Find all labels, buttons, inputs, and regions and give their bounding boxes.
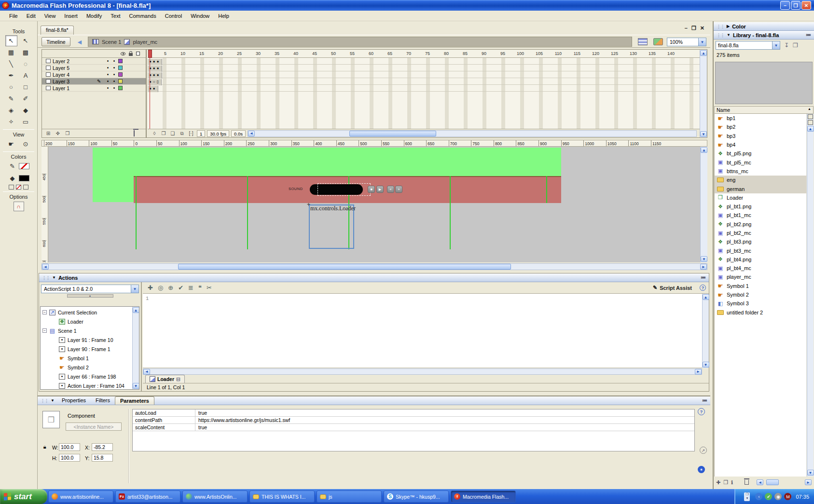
chevron-down-icon[interactable]: ▼ — [772, 41, 780, 49]
loader-component[interactable]: + mx.controls.Loader — [309, 204, 354, 249]
timeline-toggle-button[interactable]: Timeline — [41, 37, 70, 46]
lasso-tool[interactable]: ◌ — [20, 58, 32, 69]
library-item[interactable]: pl_bt2.png — [715, 220, 806, 229]
menu-item[interactable]: Edit — [22, 12, 40, 20]
frame-rate-display[interactable]: 30.0 fps — [207, 130, 229, 137]
parameter-value[interactable]: true — [195, 409, 694, 416]
parameter-row[interactable]: contentPath https://www.artistsonline.gr… — [133, 417, 694, 424]
scroll-right-arrow[interactable]: ► — [700, 264, 707, 270]
menu-item[interactable]: File — [5, 12, 22, 20]
library-item[interactable]: pl_bt4_mc — [715, 264, 806, 272]
line-tool[interactable]: ╲ — [5, 58, 17, 69]
expand-icon[interactable]: ↗ — [700, 447, 707, 454]
panel-menu-icon[interactable]: ≔ — [806, 32, 811, 38]
scroll-down-arrow[interactable]: ▼ — [807, 470, 814, 476]
hand-tool[interactable]: ☛ — [5, 138, 17, 150]
library-item[interactable]: pl_bt1.png — [715, 202, 806, 211]
scrollbar-thumb[interactable] — [178, 264, 511, 270]
stage[interactable]: 450 500 550 600 650 SOUND ■▶«» + mx.cont… — [41, 147, 707, 262]
onion-skin-button[interactable]: ❐ — [160, 130, 167, 137]
onion-skin-outlines-button[interactable]: ❑ — [169, 130, 177, 137]
scroll-right-arrow[interactable]: ► — [805, 479, 812, 485]
chevron-down-icon[interactable]: ▼ — [131, 285, 138, 293]
scroll-up-arrow[interactable]: ▲ — [133, 307, 139, 313]
library-item[interactable]: pl_bt4.png — [715, 255, 806, 264]
library-item[interactable]: bt_pl5_mc — [715, 158, 806, 166]
collapse-arrow-icon[interactable]: ▼ — [52, 275, 56, 280]
narrow-view-button[interactable] — [808, 120, 813, 125]
layer-visibility-toggle[interactable]: • — [105, 72, 111, 77]
library-document-select[interactable]: final-8.fla ▼ — [716, 41, 780, 50]
stage-horizontal-scrollbar[interactable]: ◄ ► — [41, 263, 707, 270]
pin-library-icon[interactable]: ↧ — [784, 42, 789, 49]
panel-menu-icon[interactable]: ≔ — [702, 397, 707, 404]
menu-item[interactable]: Text — [106, 12, 124, 20]
collapse-arrow-icon[interactable]: ▼ — [727, 33, 731, 37]
panel-grip-icon[interactable]: ⋮⋮ — [42, 275, 50, 280]
close-button[interactable]: ✕ — [801, 1, 811, 10]
library-item[interactable]: bp4 — [715, 140, 806, 149]
color-panel-header[interactable]: ⋮⋮ ▶ Color — [714, 22, 814, 31]
parameter-value[interactable]: true — [195, 424, 694, 431]
library-item[interactable]: german — [715, 184, 806, 193]
parameter-row[interactable]: autoLoad true — [133, 409, 694, 417]
free-transform-tool[interactable]: ▦ — [5, 47, 17, 58]
frame-grid-row[interactable]: ●● — [148, 85, 700, 92]
tree-item[interactable]: − Current Selection — [41, 308, 139, 317]
play-button[interactable]: ▶ — [376, 186, 384, 193]
scroll-up-arrow[interactable]: ▲ — [700, 50, 707, 56]
scroll-down-arrow[interactable]: ▼ — [133, 383, 139, 389]
layer-outline-color[interactable] — [118, 72, 123, 77]
pencil-tool[interactable]: ✎ — [5, 93, 17, 104]
help-icon[interactable]: ? — [700, 285, 706, 291]
insert-layer-button[interactable]: ⊞ — [44, 130, 52, 137]
layer-lock-toggle[interactable]: • — [111, 72, 117, 77]
layer-outline-color[interactable] — [118, 79, 123, 83]
document-tab[interactable]: final-8.fla* — [41, 26, 74, 35]
lock-layers-icon[interactable] — [129, 53, 133, 56]
tree-item[interactable]: Layer 90 : Frame 1 — [41, 344, 139, 354]
auto-format-icon[interactable]: ≣ — [188, 284, 193, 291]
parameter-row[interactable]: scaleContent true — [133, 424, 694, 431]
tree-item[interactable]: Symbol 2 — [41, 363, 139, 372]
height-field[interactable] — [59, 454, 80, 462]
tree-item[interactable]: Layer 91 : Frame 10 — [41, 335, 139, 344]
frame-grid-row[interactable]: ●●● — [148, 65, 700, 71]
pin-script-icon[interactable]: ⊟ — [176, 376, 180, 382]
sort-icon[interactable]: ▲ — [808, 107, 811, 113]
chevron-down-icon[interactable]: ▼ — [698, 38, 706, 46]
properties-panel-header[interactable]: ⋮⋮ ▼ PropertiesFiltersParameters ≔ — [38, 396, 710, 405]
ink-bottle-tool[interactable]: ◈ — [5, 105, 17, 116]
start-button[interactable]: start — [0, 489, 47, 504]
new-folder-button[interactable]: ❒ — [723, 479, 728, 486]
timeline-vertical-scrollbar[interactable]: ▲ ▼ — [700, 50, 707, 137]
frame-grid-row[interactable]: ●●● — [148, 58, 700, 65]
panel-menu-icon[interactable]: ≔ — [701, 274, 706, 281]
edit-symbol-button[interactable] — [653, 38, 663, 45]
library-item[interactable]: pl_bt3.png — [715, 237, 806, 246]
restore-button[interactable]: ❐ — [791, 1, 800, 10]
prev-button[interactable]: « — [387, 186, 394, 193]
layer-outline-color[interactable] — [118, 66, 123, 70]
width-field[interactable] — [59, 443, 80, 451]
taskbar-task-button[interactable]: www.ArtistsOnlin... — [182, 490, 248, 503]
library-item[interactable]: Loader — [715, 193, 806, 202]
menu-item[interactable]: Control — [161, 12, 186, 20]
taskbar-task-button[interactable]: www.artistsonline... — [48, 490, 113, 503]
script-assist-button[interactable]: ✎ Script Assist — [653, 285, 695, 291]
properties-tab[interactable]: Filters — [91, 396, 115, 405]
library-item[interactable]: pl_bt3_mc — [715, 246, 806, 255]
frame-grid-row[interactable]: ●○▯ — [148, 78, 700, 85]
expand-arrow-icon[interactable]: ▶ — [727, 24, 730, 28]
library-item[interactable]: bp1 — [715, 114, 806, 123]
gradient-transform-tool[interactable]: ▩ — [20, 47, 32, 58]
scroll-up-arrow[interactable]: ▲ — [703, 294, 709, 300]
paint-bucket-tool[interactable]: ◆ — [20, 105, 32, 116]
parameter-value[interactable]: https://www.artistsonline.gr/js/music1.s… — [195, 417, 694, 423]
oval-tool[interactable]: ○ — [5, 82, 17, 93]
frame-grid-row[interactable]: ●●● — [148, 71, 700, 78]
new-symbol-button[interactable]: ✚ — [716, 479, 720, 486]
layer-visibility-toggle[interactable]: • — [105, 79, 111, 84]
menu-item[interactable]: Commands — [124, 12, 160, 20]
tree-vertical-scrollbar[interactable]: ▲ ▼ — [132, 307, 139, 389]
